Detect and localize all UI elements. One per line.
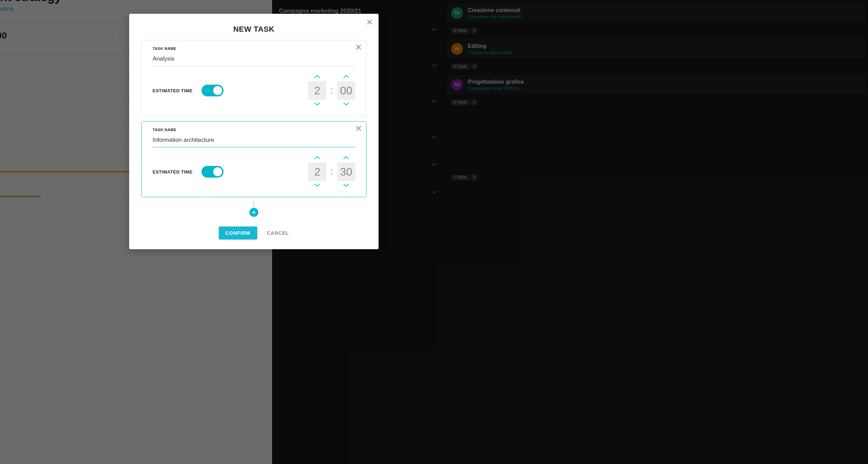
close-icon[interactable] [367, 19, 372, 26]
task-form-card: TASK NAME ESTIMATED TIME 2 : 30 [141, 121, 366, 197]
chevron-up-icon[interactable] [343, 155, 349, 161]
chevron-down-icon[interactable] [314, 182, 320, 189]
close-icon[interactable] [356, 126, 361, 133]
cancel-button[interactable]: CANCEL [267, 230, 289, 236]
chevron-down-icon[interactable] [343, 101, 349, 107]
estimated-time-label: ESTIMATED TIME [153, 169, 193, 175]
estimated-time-toggle[interactable] [202, 85, 224, 96]
time-picker: 2 : 00 [308, 74, 355, 107]
add-connector [254, 201, 254, 208]
hours-value[interactable]: 2 [308, 81, 326, 100]
add-task-button[interactable] [249, 208, 258, 217]
time-colon: : [329, 85, 334, 96]
chevron-down-icon[interactable] [343, 182, 349, 189]
chevron-up-icon[interactable] [314, 74, 320, 80]
minutes-value[interactable]: 00 [337, 81, 355, 100]
new-task-modal: NEW TASK TASK NAME ESTIMATED TIME 2 [129, 14, 379, 249]
chevron-down-icon[interactable] [314, 101, 320, 107]
time-picker: 2 : 30 [308, 155, 355, 189]
task-name-label: TASK NAME [153, 128, 355, 132]
time-colon: : [329, 166, 334, 177]
task-form-card: TASK NAME ESTIMATED TIME 2 : 00 [141, 40, 366, 116]
task-name-input[interactable] [153, 55, 355, 66]
confirm-button[interactable]: CONFIRM [219, 226, 257, 240]
estimated-time-label: ESTIMATED TIME [153, 88, 193, 93]
task-name-label: TASK NAME [153, 46, 355, 51]
close-icon[interactable] [356, 44, 361, 51]
estimated-time-toggle[interactable] [202, 166, 224, 178]
task-name-input[interactable] [153, 136, 355, 147]
minutes-value[interactable]: 30 [337, 162, 355, 181]
hours-value[interactable]: 2 [308, 162, 326, 181]
chevron-up-icon[interactable] [343, 74, 349, 80]
modal-title: NEW TASK [129, 14, 379, 40]
chevron-up-icon[interactable] [314, 155, 320, 161]
